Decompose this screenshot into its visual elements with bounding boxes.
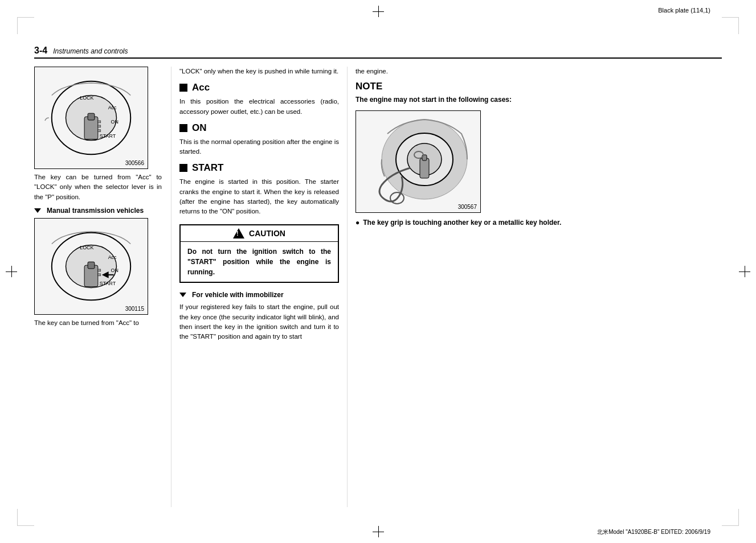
header-plate-info: Black plate (114,1)	[658, 7, 710, 14]
immobilizer-label: For vehicle with immobilizer	[179, 291, 339, 299]
col-mid: "LOCK" only when the key is pushed in wh…	[171, 67, 348, 507]
svg-text:ON: ON	[111, 119, 118, 125]
image-manual-key: LOCK Acc ON START	[34, 218, 148, 315]
triangle-icon-2	[179, 293, 186, 297]
note-bullet: ● The key grip is touching another key o…	[355, 217, 722, 228]
black-square-acc	[179, 84, 187, 92]
manual-transmission-label: Manual transmission vehicles	[34, 207, 162, 215]
black-square-on	[179, 124, 187, 132]
left-text-top: The key can be turned from "Acc" to "LOC…	[34, 172, 162, 202]
black-square-start	[179, 164, 187, 172]
heading-on: ON	[179, 122, 339, 134]
heading-start: START	[179, 162, 339, 174]
page-container: Black plate (114,1) 北米Model "A1920BE-B" …	[0, 0, 756, 543]
mid-text-lock: "LOCK" only when the key is pushed in wh…	[179, 67, 339, 76]
mid-text-start: The engine is started in this position. …	[179, 177, 339, 216]
crosshair-right	[739, 266, 750, 277]
on-label: ON	[192, 122, 207, 134]
note-title: NOTE	[355, 81, 722, 92]
image-code-300567: 300567	[458, 204, 477, 210]
right-text-engine: the engine.	[355, 67, 722, 76]
heading-acc: Acc	[179, 82, 339, 93]
section-header: 3-4 Instruments and controls	[34, 46, 722, 59]
footer-model-info: 北米Model "A1920BE-B" EDITED: 2006/9/19	[597, 528, 710, 536]
content-area: 3-4 Instruments and controls LO	[34, 46, 722, 509]
svg-rect-22	[98, 274, 101, 276]
mid-text-immobilizer: If your registered key fails to start th…	[179, 302, 339, 342]
left-text-bottom: The key can be turned from "Acc" to	[34, 318, 162, 328]
mid-text-acc: In this position the electrical accessor…	[179, 97, 339, 117]
svg-text:LOCK: LOCK	[80, 95, 93, 101]
svg-rect-9	[98, 121, 101, 123]
bullet-dot-icon: ●	[355, 217, 359, 228]
svg-rect-11	[98, 130, 101, 132]
manual-transmission-text: Manual transmission vehicles	[47, 207, 144, 215]
three-columns: LOCK Acc ON START	[34, 67, 722, 507]
svg-text:START: START	[100, 133, 116, 139]
corner-tr	[722, 17, 739, 34]
svg-text:ON: ON	[111, 268, 118, 273]
svg-rect-10	[98, 125, 101, 127]
col-right: the engine. NOTE The engine may not star…	[348, 67, 722, 507]
start-label: START	[192, 162, 223, 174]
section-title: Instruments and controls	[53, 47, 128, 55]
triangle-icon	[34, 208, 41, 213]
caution-body-text: Do not turn the ignition switch to the "…	[181, 242, 338, 282]
mid-text-on: This is the normal operating position af…	[179, 137, 339, 157]
section-number: 3-4	[34, 46, 47, 56]
corner-br	[722, 509, 739, 526]
note-key-image: 300567	[355, 110, 481, 213]
corner-tl	[17, 17, 34, 34]
svg-text:Acc: Acc	[108, 254, 117, 260]
note-bullet-text: The key grip is touching another key or …	[363, 217, 561, 228]
caution-header: CAUTION	[181, 225, 338, 242]
svg-rect-21	[98, 269, 101, 272]
caution-header-text: CAUTION	[249, 229, 285, 238]
crosshair-left	[6, 266, 17, 277]
caution-box: CAUTION Do not turn the ignition switch …	[179, 224, 339, 283]
note-box: NOTE The engine may not start in the fol…	[355, 81, 722, 105]
image-code-300115: 300115	[125, 306, 144, 312]
svg-rect-8	[88, 113, 95, 120]
svg-rect-27	[420, 158, 429, 178]
immobilizer-text: For vehicle with immobilizer	[192, 291, 284, 299]
caution-triangle-icon	[233, 228, 244, 238]
crosshair-bottom	[373, 526, 384, 537]
crosshair-top	[373, 6, 384, 17]
svg-text:Acc: Acc	[108, 105, 117, 110]
image-code-300566: 300566	[125, 160, 144, 166]
image-auto-key: LOCK Acc ON START	[34, 67, 148, 169]
acc-label: Acc	[192, 82, 210, 93]
note-text: The engine may not start in the followin…	[355, 94, 722, 105]
svg-text:LOCK: LOCK	[80, 245, 93, 250]
svg-text:START: START	[100, 280, 116, 286]
corner-bl	[17, 509, 34, 526]
svg-rect-20	[88, 262, 95, 269]
col-left: LOCK Acc ON START	[34, 67, 171, 507]
